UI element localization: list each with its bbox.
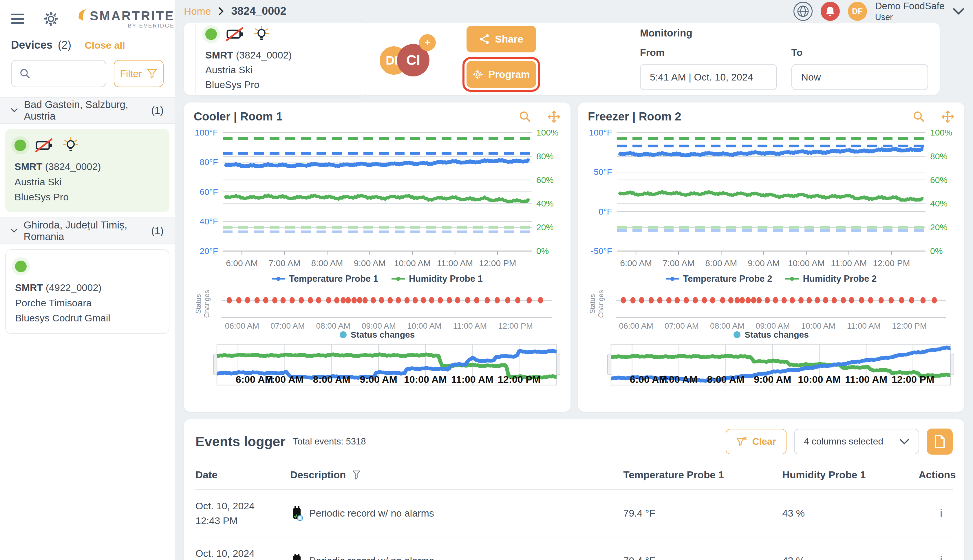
svg-text:12:00 PM: 12:00 PM: [892, 322, 927, 330]
sidebar-group-austria[interactable]: Bad Gastein, Salzburg, Austria (1): [0, 97, 175, 123]
col-header-description[interactable]: Description: [290, 469, 346, 481]
monitoring-title: Monitoring: [640, 27, 928, 39]
group-count: (1): [151, 225, 163, 237]
sidebar-group-romania[interactable]: Ghiroda, Județul Timiș, Romania (1): [0, 217, 175, 244]
logo-sub: BY EVERIDGE: [90, 23, 175, 29]
from-label: From: [640, 47, 777, 58]
filter-button[interactable]: Filter: [114, 60, 163, 87]
col-header-date[interactable]: Date: [195, 469, 290, 481]
svg-text:06:00 AM: 06:00 AM: [225, 322, 259, 330]
svg-text:10:00 AM: 10:00 AM: [404, 374, 447, 385]
chart-navigator[interactable]: 6:00 AM7:00 AM8:00 AM9:00 AM10:00 AM11:0…: [607, 343, 955, 387]
user-avatar[interactable]: DF: [848, 2, 867, 21]
user-menu[interactable]: Demo FoodSafe User: [875, 0, 945, 23]
user-role: User: [875, 12, 945, 22]
share-button[interactable]: Share: [467, 26, 536, 52]
svg-text:80%: 80%: [930, 151, 948, 161]
svg-text:0%: 0%: [536, 246, 549, 256]
svg-text:80°F: 80°F: [200, 157, 218, 167]
svg-text:11:00 AM: 11:00 AM: [453, 322, 487, 330]
svg-text:10:00 AM: 10:00 AM: [801, 322, 835, 330]
svg-text:8:00 AM: 8:00 AM: [311, 258, 343, 268]
monitoring-panel: Monitoring From 5:41 AM | Oct. 10, 2024 …: [640, 27, 928, 90]
from-datetime-input[interactable]: 5:41 AM | Oct. 10, 2024: [640, 64, 777, 90]
col-header-temperature[interactable]: Temperature Probe 1: [623, 469, 782, 481]
events-title: Events logger: [195, 433, 285, 449]
svg-text:07:00 AM: 07:00 AM: [270, 322, 305, 330]
svg-text:09:00 AM: 09:00 AM: [362, 322, 396, 330]
search-input[interactable]: [31, 68, 98, 79]
svg-text:40°F: 40°F: [200, 216, 218, 226]
column-filter-icon[interactable]: [352, 470, 361, 480]
funnel-clear-icon: [736, 436, 747, 447]
svg-text:60%: 60%: [930, 175, 948, 185]
shared-users-avatars: DF CI +: [380, 34, 446, 83]
summary-device-box[interactable]: SMRT (3824_0002) Austria Ski BlueSys Pro: [195, 19, 367, 98]
menu-icon[interactable]: [11, 13, 24, 24]
events-total: Total events: 5318: [293, 437, 366, 447]
main-plot[interactable]: 100%80%60%40%20%0%100°F50°F0°F-50°F6:00 …: [588, 125, 955, 271]
svg-text:100%: 100%: [536, 128, 558, 137]
svg-text:9:00 AM: 9:00 AM: [748, 258, 780, 268]
device-search[interactable]: [11, 60, 106, 87]
topbar: Home 3824_0002 DF Demo FoodSafe: [184, 0, 964, 23]
legend-item[interactable]: Humidity Probe 2: [785, 273, 876, 284]
device-card-3824[interactable]: SMRT (3824_0002) Austria Ski BlueSys Pro: [5, 129, 169, 212]
events-table: Date Description Temperature Probe 1 Hum…: [195, 465, 953, 560]
device-location: Austria Ski: [205, 63, 357, 77]
device-card-4922[interactable]: SMRT (4922_0002) Porche Timisoara Bluesy…: [5, 249, 169, 334]
online-status-dot: [15, 140, 26, 151]
status-changes-legend: Status changes: [194, 330, 561, 340]
close-all-link[interactable]: Close all: [85, 40, 125, 51]
chevron-down-icon: [900, 439, 909, 445]
col-header-humidity[interactable]: Humidity Probe 1: [783, 469, 919, 481]
svg-text:9:00 AM: 9:00 AM: [754, 374, 791, 385]
info-icon[interactable]: i: [918, 507, 953, 520]
columns-select[interactable]: 4 columns selected: [794, 429, 919, 454]
svg-text:9:00 AM: 9:00 AM: [360, 374, 397, 385]
legend-item[interactable]: Temperature Probe 1: [272, 273, 378, 284]
zoom-search-icon[interactable]: [518, 110, 531, 123]
chevron-down-icon[interactable]: [953, 8, 964, 15]
device-location: Porche Timisoara: [15, 295, 160, 311]
svg-text:07:00 AM: 07:00 AM: [665, 322, 699, 330]
pan-move-icon[interactable]: [941, 110, 955, 123]
notifications-bell-icon[interactable]: [821, 2, 840, 21]
chart-card-freezer: Freezer | Room 2 100%80%60%40%20%0%100°F…: [578, 103, 964, 412]
clear-filters-button[interactable]: Clear: [726, 429, 787, 454]
info-icon[interactable]: i: [918, 555, 953, 560]
device-owner: Bluesys Codrut Gmail: [15, 310, 160, 326]
online-status-dot: [205, 28, 217, 40]
group-count: (1): [151, 105, 163, 116]
svg-text:11:00 AM: 11:00 AM: [831, 258, 867, 268]
svg-text:0°F: 0°F: [598, 207, 612, 216]
chart-navigator[interactable]: 6:00 AM7:00 AM8:00 AM9:00 AM10:00 AM11:0…: [213, 343, 561, 387]
globe-icon[interactable]: [793, 2, 813, 21]
document-icon: [934, 435, 946, 448]
svg-text:6:00 AM: 6:00 AM: [226, 258, 258, 268]
main-plot[interactable]: 100%80%60%40%20%0%100°F80°F60°F40°F20°F6…: [194, 125, 561, 271]
device-name: SMRT (3824_0002): [205, 48, 357, 63]
legend-item[interactable]: Humidity Probe 1: [392, 273, 483, 284]
logo-mark-icon: [78, 9, 87, 25]
pan-move-icon[interactable]: [547, 110, 561, 123]
event-temperature: 79.4 °F: [623, 508, 782, 519]
col-header-actions: Actions: [918, 469, 953, 481]
event-date: Oct. 10, 202412:42 PM: [195, 546, 290, 560]
settings-gear-icon[interactable]: [43, 11, 58, 27]
add-user-badge[interactable]: +: [419, 34, 436, 51]
device-name: SMRT (3824_0002): [15, 159, 160, 174]
export-file-button[interactable]: [927, 428, 953, 455]
devices-count: (2): [58, 39, 71, 51]
zoom-search-icon[interactable]: [912, 110, 926, 123]
legend-item[interactable]: Temperature Probe 2: [666, 273, 772, 284]
svg-text:08:00 AM: 08:00 AM: [710, 322, 744, 330]
logo-brand: SMARTRITE: [90, 9, 175, 23]
breadcrumb-home[interactable]: Home: [184, 5, 211, 17]
program-button[interactable]: Program: [467, 61, 536, 88]
chart-legend: Temperature Probe 1Humidity Probe 1: [194, 273, 561, 284]
svg-text:6:00 AM: 6:00 AM: [620, 258, 652, 268]
svg-text:08:00 AM: 08:00 AM: [316, 322, 350, 330]
to-datetime-input[interactable]: Now: [791, 64, 928, 90]
sidebar: SMARTRITE BY EVERIDGE Devices (2) Close …: [0, 0, 175, 560]
